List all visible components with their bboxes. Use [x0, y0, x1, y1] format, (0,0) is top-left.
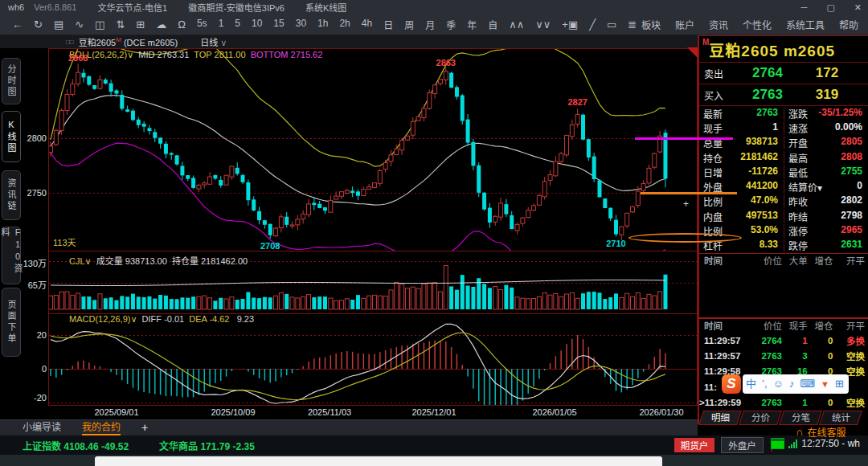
ime-chinese-mode[interactable]: 中	[746, 374, 756, 394]
tab-分笔[interactable]: 分笔	[779, 411, 822, 425]
candle-down	[482, 193, 486, 210]
ime-punctuation[interactable]: ’,	[762, 374, 768, 394]
macd-indicator-header[interactable]: MACD(12,26,9)∨ DIFF -0.01 DEA -4.62 9.23	[69, 314, 254, 325]
sogou-logo-icon[interactable]: S	[722, 374, 741, 394]
period-2h[interactable]: 2h	[339, 18, 350, 31]
ime-keyboard-icon[interactable]: ⌨	[800, 374, 815, 394]
tab-统计[interactable]: 统计	[819, 411, 862, 425]
bottom-tab-我的合约[interactable]: 我的合约	[82, 419, 121, 435]
menu-系统工具[interactable]: 系统工具	[786, 18, 825, 31]
candle-up	[372, 183, 376, 188]
volume-bar	[180, 297, 184, 309]
period-15[interactable]: 15	[273, 18, 284, 31]
draw-line-icon[interactable]: ╱	[589, 18, 596, 31]
tick-row[interactable]: >11:29:59276310空换	[699, 395, 868, 411]
scroll-right-corner-icon[interactable]	[687, 47, 698, 58]
kline-chart[interactable]	[48, 48, 698, 406]
volume-bar	[537, 296, 541, 309]
tick-row[interactable]: 11:29:57276330空换	[699, 348, 868, 363]
layout-icon[interactable]: ≣	[628, 18, 637, 31]
period-年[interactable]: 年	[467, 18, 477, 31]
bottom-tab-小编导读[interactable]: 小编导读	[23, 419, 61, 435]
volume-bar	[235, 300, 240, 309]
period-10[interactable]: 10	[252, 18, 262, 31]
account-button-期货户[interactable]: 期货户	[674, 438, 715, 452]
online-service-link[interactable]: ∩ 在线客服	[796, 425, 845, 439]
sidebar-tab-F10资料[interactable]: F10资料	[2, 227, 21, 284]
ime-mic-icon[interactable]: ♪	[789, 374, 795, 394]
tick-col-header: 大单	[782, 254, 808, 267]
refresh-icon[interactable]: ↻	[34, 18, 43, 31]
sidebar-tab-资讯链[interactable]: 资讯链	[2, 170, 21, 220]
period-季[interactable]: 季	[446, 18, 456, 31]
period-5s[interactable]: 5s	[197, 18, 207, 31]
boll-indicator-header[interactable]: BOLL(26,26,2)∨ MID 2763.31 TOP 2811.00 B…	[69, 50, 322, 60]
compare-icon[interactable]: ⇅	[116, 18, 125, 31]
tick-row[interactable]: 11:29:57276410多换	[699, 333, 868, 348]
index-quote[interactable]: 文华商品 171.79 -2.35	[159, 439, 255, 452]
quote-title[interactable]: M 豆粕2605 m2605	[699, 35, 868, 63]
volume-bar	[191, 296, 195, 309]
candle-down	[147, 128, 151, 131]
menu-帮助[interactable]: 帮助	[839, 18, 858, 31]
quote-board-icon[interactable]: ▤	[54, 18, 63, 31]
bid-row[interactable]: 买入 2763 319	[699, 84, 868, 106]
volume-bar	[378, 296, 382, 309]
period-自[interactable]: 自	[488, 18, 497, 31]
minimize-button[interactable]: ─	[801, 2, 808, 12]
period-selector[interactable]: 日线 ∨	[200, 35, 227, 48]
account-button-外盘户[interactable]: 外盘户	[721, 437, 764, 453]
drawn-magenta-hline[interactable]	[635, 137, 733, 140]
candle-down	[603, 198, 607, 208]
quote-label: 速涨	[784, 121, 825, 135]
kline-icon[interactable]: ◫	[95, 18, 104, 31]
period-30[interactable]: 30	[296, 18, 306, 31]
multi-window-icon[interactable]: ⊞	[136, 18, 145, 31]
candle-up	[203, 183, 207, 185]
ime-skin-icon[interactable]: ▼	[821, 374, 829, 394]
box-select-icon[interactable]: ▭	[607, 18, 616, 31]
index-quote[interactable]: 上证指数 4108.46 -49.52	[23, 439, 129, 452]
back-icon[interactable]: ←	[12, 18, 23, 31]
period-月[interactable]: 月	[425, 18, 435, 31]
ime-toolbar[interactable]: S 中’,☺♪⌨▼⊞	[722, 374, 849, 394]
background-window-edge[interactable]	[95, 456, 662, 466]
period-1h[interactable]: 1h	[317, 18, 328, 31]
zoom-out-icon[interactable]: ∧∧	[509, 18, 524, 31]
volume-bar	[625, 293, 629, 309]
volume-bar	[598, 292, 602, 309]
cloud-icon[interactable]: ☁	[156, 18, 166, 31]
ask-row[interactable]: 卖出 2764 172	[699, 63, 868, 84]
tab-分价[interactable]: 分价	[739, 411, 782, 425]
sidebar-tab-页面下单[interactable]: 页面下单	[2, 288, 21, 357]
ime-emoji-icon[interactable]: ☺	[773, 374, 784, 394]
link-icon[interactable]: □□	[66, 39, 74, 46]
ime-toolbox-icon[interactable]: ⊞	[835, 374, 844, 394]
add-indicator-icon[interactable]: +▣	[562, 18, 578, 31]
big-order-table: 时间价位大单增仓开平	[699, 254, 868, 317]
period-1[interactable]: 1	[219, 18, 224, 31]
menu-板块[interactable]: 板块	[641, 18, 661, 31]
period-5[interactable]: 5	[235, 18, 240, 31]
volume-indicator-header[interactable]: CJL∨ 成交量 938713.00 持仓量 2181462.00	[69, 254, 248, 267]
alert-bell-icon[interactable]: Ω	[178, 18, 186, 31]
zoom-in-icon[interactable]: ∨∨	[535, 18, 551, 31]
period-日[interactable]: 日	[383, 18, 393, 31]
quote-value: -35/1.25%	[818, 107, 868, 121]
add-tab-button[interactable]: +	[141, 421, 148, 435]
tab-明细[interactable]: 明细	[698, 411, 742, 425]
sidebar-tab-分时图[interactable]: 分时图	[2, 58, 21, 104]
menu-资讯[interactable]: 资讯	[709, 18, 728, 31]
close-button[interactable]: ✕	[854, 2, 862, 13]
quote-label: 现手	[699, 121, 740, 135]
contract-name[interactable]: 豆粕2605M (DCE m2605)	[79, 35, 178, 48]
drawn-orange-hline[interactable]	[641, 192, 737, 194]
maximize-button[interactable]: ▢	[826, 2, 834, 13]
wh6-app: wh6 Ver6.8.861 文华云节点-电信1 徽商期货-安徽电信3IPv6 …	[0, 0, 868, 466]
menu-个性化[interactable]: 个性化	[743, 18, 772, 31]
trend-line-icon[interactable]: ∿	[75, 18, 84, 31]
sidebar-tab-K线图[interactable]: K线图	[2, 111, 21, 162]
period-4h[interactable]: 4h	[362, 18, 372, 31]
period-周[interactable]: 周	[404, 18, 414, 31]
menu-账户[interactable]: 账户	[675, 18, 694, 31]
